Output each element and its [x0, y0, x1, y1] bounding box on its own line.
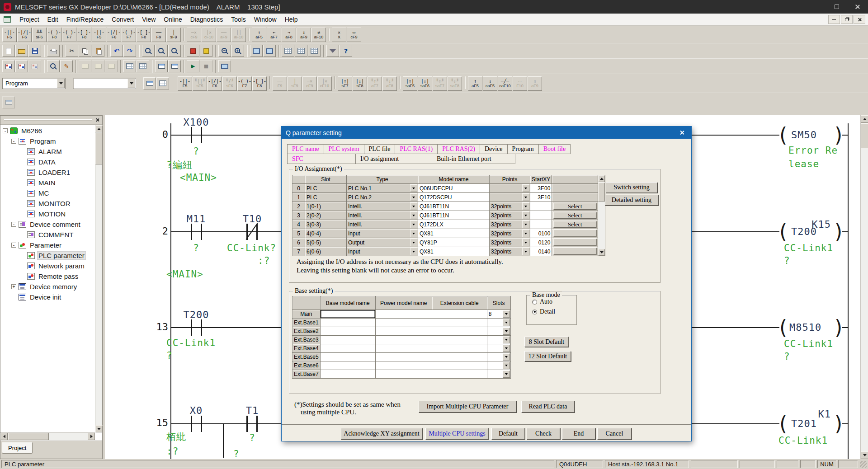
tile-window-button[interactable] — [156, 77, 169, 89]
startxy-input[interactable]: 3E00 — [530, 184, 552, 193]
base-model-input[interactable] — [320, 310, 375, 319]
window-minimize-button[interactable] — [806, 0, 826, 14]
startxy-input[interactable]: 3E10 — [530, 193, 552, 202]
tree-item[interactable]: + Device memory — [0, 281, 95, 292]
tree-expander[interactable]: + — [11, 284, 16, 289]
type-dropdown[interactable]: Input — [347, 247, 418, 256]
tree-item[interactable]: ALARM — [0, 146, 95, 157]
base-model-input[interactable] — [320, 353, 375, 361]
tree-horizontal-scrollbar[interactable] — [0, 432, 95, 440]
application-instruction-button[interactable]: -[ ]-F8 — [252, 76, 267, 91]
chevron-down-icon[interactable] — [503, 319, 510, 326]
type-dropdown[interactable]: Intelli. — [347, 211, 418, 220]
ladder-logic-test-button[interactable] — [218, 60, 231, 72]
tree-item[interactable]: DATA — [0, 157, 95, 167]
startxy-input[interactable] — [530, 211, 552, 220]
slots-dropdown[interactable]: 8 — [487, 310, 510, 319]
dialog-tab[interactable]: Device — [480, 144, 508, 154]
find-contact-button[interactable] — [47, 60, 60, 72]
extension-cable-input[interactable] — [432, 361, 487, 370]
chevron-down-icon[interactable] — [522, 220, 529, 228]
chevron-down-icon[interactable] — [503, 328, 510, 335]
type-dropdown[interactable]: Input — [347, 229, 418, 238]
dialog-tab[interactable]: SFC — [287, 154, 356, 164]
paste-button[interactable] — [92, 45, 104, 57]
ladder-edit-button[interactable]: ✕X — [332, 28, 346, 42]
type-dropdown[interactable]: Intelli. — [347, 220, 418, 229]
ladder-edit-button[interactable]: -( )-F8 — [47, 28, 61, 42]
extension-cable-input[interactable] — [432, 310, 487, 319]
chevron-down-icon[interactable] — [410, 211, 417, 219]
tree-item[interactable]: PLC parameter — [0, 250, 95, 261]
startxy-input[interactable]: 0140 — [530, 247, 552, 256]
program-type-combobox[interactable]: Program — [2, 78, 66, 89]
invert-down-button[interactable]: ↓caF5 — [483, 76, 497, 91]
ladder-edit-button[interactable]: ↑aF5 — [252, 28, 266, 42]
undo-button[interactable] — [110, 45, 123, 57]
edit-mode-button[interactable] — [60, 60, 73, 72]
chevron-down-icon[interactable] — [522, 248, 529, 255]
slots-dropdown[interactable] — [487, 327, 510, 336]
power-model-input[interactable] — [375, 370, 432, 379]
resize-grip-icon[interactable] — [860, 461, 867, 468]
scrollbar-thumb[interactable] — [95, 133, 103, 164]
data-name-combobox[interactable] — [73, 78, 136, 89]
check-button[interactable]: Check — [527, 428, 560, 440]
ladder-edit-button[interactable]: ╨╨sF6 — [32, 28, 47, 42]
points-dropdown[interactable]: 32points — [490, 238, 530, 247]
zoom-out-button[interactable] — [218, 45, 231, 57]
redo-button[interactable] — [123, 45, 136, 57]
zoom-in-button[interactable] — [231, 45, 244, 57]
select-button[interactable]: Select — [553, 203, 596, 210]
save-project-button[interactable] — [28, 45, 41, 57]
ladder-edit-button[interactable]: ▭cF9 — [347, 28, 361, 42]
ladder-edit-button[interactable]: -||-F5 — [92, 28, 106, 42]
io-table-scrollbar[interactable] — [598, 175, 605, 256]
tree-expander[interactable]: - — [11, 243, 16, 248]
menu-item[interactable]: View — [138, 16, 160, 23]
model-name-input[interactable]: QY81P — [418, 238, 490, 247]
ladder-edit-button[interactable]: -( )-F7 — [122, 28, 136, 42]
base-model-input[interactable] — [320, 370, 375, 379]
read-plc-data-button[interactable]: Read PLC data — [521, 401, 575, 413]
chevron-down-icon[interactable] — [410, 220, 417, 228]
cut-button[interactable] — [66, 45, 78, 57]
scrollbar-thumb[interactable] — [8, 433, 49, 440]
project-window-button[interactable] — [143, 77, 156, 89]
chevron-down-icon[interactable] — [410, 230, 417, 237]
tree-item[interactable]: MONITOR — [0, 198, 95, 209]
menu-item[interactable]: Convert — [108, 16, 138, 23]
type-dropdown[interactable]: Output — [347, 238, 418, 247]
base-model-input[interactable] — [320, 327, 375, 336]
ladder-edit-button[interactable]: ──F9 — [151, 28, 166, 42]
chevron-down-icon[interactable] — [410, 202, 417, 210]
chevron-down-icon[interactable] — [522, 193, 529, 201]
chevron-down-icon[interactable] — [503, 371, 510, 378]
model-name-input[interactable]: QJ61BT11N — [418, 202, 490, 211]
base-model-input[interactable] — [320, 344, 375, 353]
points-dropdown[interactable] — [490, 193, 530, 202]
menu-item[interactable]: Help — [281, 16, 302, 23]
rising-pulse-button[interactable]: |↑|sF7 — [338, 76, 352, 91]
falling-pulse-button[interactable]: |↓|sF8 — [353, 76, 367, 91]
startxy-input[interactable] — [530, 202, 552, 211]
import-multiple-cpu-parameter-button[interactable]: Import Multiple CPU Parameter — [419, 401, 516, 413]
ladder-edit-button[interactable]: ⇄aF10 — [311, 28, 326, 42]
child-close-button[interactable] — [854, 15, 865, 24]
slots-dropdown[interactable] — [487, 344, 510, 353]
scroll-right-icon[interactable] — [88, 433, 95, 440]
base-mode-auto-radio[interactable]: Auto — [532, 298, 576, 305]
dialog-tab[interactable]: PLC name — [287, 144, 324, 154]
dialog-titlebar[interactable]: Q parameter setting — [282, 127, 691, 139]
ladder-edit-button[interactable]: -|/|-F6 — [17, 28, 32, 42]
invert-operation-button[interactable]: ─╱─caF10 — [498, 76, 512, 91]
dialog-tab[interactable]: Built-in Ethernet port — [432, 154, 515, 164]
tree-vertical-scrollbar[interactable] — [95, 125, 102, 432]
transfer-setup-button[interactable] — [250, 45, 263, 57]
chevron-down-icon[interactable] — [410, 239, 417, 246]
dialog-tab[interactable]: PLC RAS(2) — [437, 144, 480, 154]
power-model-input[interactable] — [375, 361, 432, 370]
scroll-up-icon[interactable] — [95, 125, 103, 132]
network-test-button[interactable] — [15, 60, 28, 72]
chevron-down-icon[interactable] — [522, 211, 529, 219]
